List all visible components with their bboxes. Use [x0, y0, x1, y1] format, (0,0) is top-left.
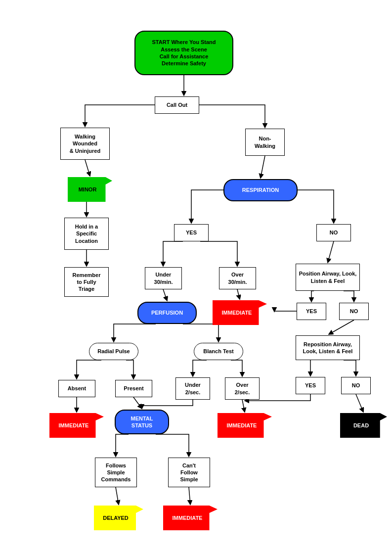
svg-line-6 [328, 241, 334, 263]
flowchart: START Where You Stand Assess the Scene C… [0, 0, 392, 555]
no-reposition-node: NO [341, 377, 371, 394]
immediate4-node: IMMEDIATE [163, 506, 218, 530]
over30-node: Over 30/min. [219, 267, 256, 289]
callout-node: Call Out [155, 96, 199, 114]
no-position-node: NO [339, 303, 369, 320]
no-respiration-node: NO [316, 224, 351, 241]
yes-reposition-node: YES [296, 377, 325, 394]
svg-line-11 [133, 397, 142, 409]
delayed-node: DELAYED [94, 506, 143, 530]
svg-line-2 [85, 160, 90, 176]
walking-wounded-node: Walking Wounded & Uninjured [60, 128, 110, 160]
start-node: START Where You Stand Assess the Scene C… [134, 31, 233, 75]
cantfollow-node: Can't Follow Simple [168, 458, 210, 487]
remember-node: Remember to Fully Triage [64, 267, 109, 297]
follows-node: Follows Simple Commands [95, 458, 137, 487]
immediate1-node: IMMEDIATE [213, 300, 267, 325]
svg-line-8 [237, 289, 240, 299]
reposition-node: Reposition Airway, Look, Listen & Feel [296, 335, 360, 360]
svg-line-13 [356, 394, 363, 412]
immediate3-node: IMMEDIATE [218, 413, 272, 438]
absent-node: Absent [58, 380, 95, 397]
yes-respiration-node: YES [174, 224, 209, 241]
non-walking-node: Non- Walking [245, 129, 285, 156]
mental-status-node: MENTAL STATUS [115, 410, 169, 434]
radial-pulse-node: Radial Pulse [89, 343, 138, 360]
minor-node: MINOR [68, 177, 112, 202]
under30-node: Under 30/min. [145, 267, 182, 289]
blanch-test-node: Blanch Test [194, 343, 243, 360]
dead-node: DEAD [340, 413, 387, 438]
svg-line-3 [261, 156, 265, 178]
respiration-node: RESPIRATION [223, 179, 298, 201]
hold-node: Hold in a Specific Location [64, 218, 109, 250]
svg-line-15 [189, 487, 190, 505]
yes-position-node: YES [297, 303, 326, 320]
present-node: Present [115, 380, 152, 397]
svg-line-14 [116, 487, 119, 505]
over2-node: Over 2/sec. [225, 377, 260, 400]
immediate2-node: IMMEDIATE [49, 413, 104, 438]
svg-line-12 [242, 400, 245, 412]
svg-line-9 [329, 320, 354, 334]
position-airway-node: Position Airway, Look, Listen & Feel [296, 264, 360, 291]
perfusion-node: PERFUSION [137, 302, 197, 324]
under2-node: Under 2/sec. [175, 377, 210, 400]
svg-line-7 [163, 289, 167, 301]
